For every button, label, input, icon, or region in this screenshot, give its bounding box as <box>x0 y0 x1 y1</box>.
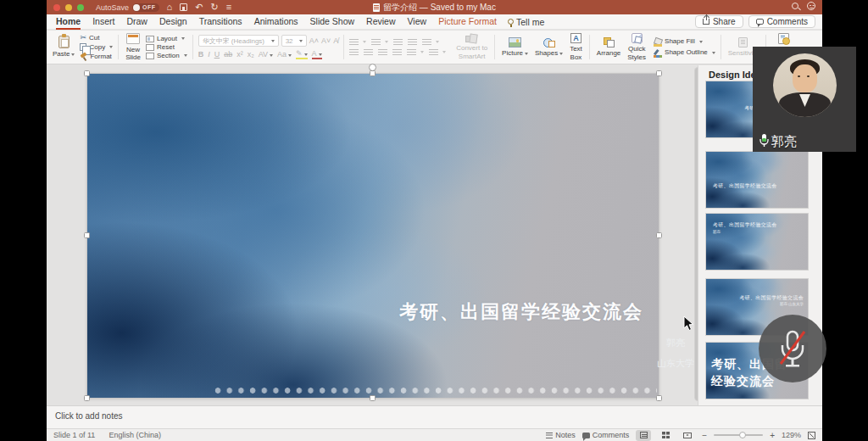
tab-picture-format[interactable]: Picture Format <box>432 14 503 29</box>
format-painter-button[interactable]: Format <box>80 53 113 60</box>
character-spacing-button[interactable]: AV <box>259 50 273 59</box>
zoom-in-button[interactable]: + <box>770 431 775 440</box>
tab-home[interactable]: Home <box>50 14 86 29</box>
bullets-button[interactable] <box>349 39 366 46</box>
section-button[interactable]: Section <box>146 53 187 59</box>
text-box-button[interactable]: A TextBox <box>568 32 584 61</box>
superscript-button[interactable]: x² <box>236 50 243 59</box>
font-size-combo[interactable]: 32 <box>281 35 307 47</box>
zoom-slider[interactable] <box>714 434 763 436</box>
selection-handle-bottom-left[interactable] <box>84 395 90 401</box>
cut-button[interactable]: ✂Cut <box>80 34 113 42</box>
tab-review[interactable]: Review <box>360 14 401 29</box>
comments-button[interactable]: Comments <box>748 15 815 28</box>
redo-icon[interactable]: ↻ <box>210 3 218 12</box>
picture-button[interactable]: Picture <box>500 36 530 58</box>
font-name-combo[interactable]: 华文中宋 (Headings) <box>198 35 279 47</box>
comments-toggle-button[interactable]: Comments <box>582 431 630 439</box>
selection-handle-mid-right[interactable] <box>656 232 662 238</box>
selection-handle-mid-left[interactable] <box>84 232 90 238</box>
slide-sorter-view-button[interactable] <box>658 430 673 441</box>
arrange-button[interactable]: Arrange <box>595 36 622 58</box>
search-icon[interactable] <box>792 3 798 9</box>
tab-draw[interactable]: Draw <box>120 14 153 29</box>
slide-title-text[interactable]: 考研、出国留学经验交流会 <box>399 299 643 325</box>
powerpoint-window: AutoSave OFF ⌂ ↶ ↻ ≡ 留学介绍 — Saved to my … <box>47 0 822 441</box>
decrease-indent-button[interactable] <box>393 39 403 46</box>
numbering-button[interactable] <box>371 39 388 46</box>
close-window-button[interactable] <box>53 4 60 11</box>
increase-indent-button[interactable] <box>408 39 417 46</box>
quick-styles-button[interactable]: QuickStyles <box>626 32 648 61</box>
layout-button[interactable]: Layout <box>146 36 187 42</box>
slide-canvas[interactable]: 考研、出国留学经验交流会 郭亮 山东大学 <box>87 74 659 398</box>
align-right-button[interactable] <box>378 49 387 56</box>
vertical-scrollbar[interactable] <box>687 68 694 400</box>
tab-view[interactable]: View <box>402 14 433 29</box>
avatar <box>773 53 837 117</box>
save-icon[interactable] <box>180 3 187 11</box>
strikethrough-button[interactable]: ab <box>224 50 232 59</box>
font-color-button[interactable]: A <box>312 49 322 59</box>
convert-to-smartart-button[interactable]: Convert toSmartArt <box>454 33 489 60</box>
align-left-button[interactable] <box>349 49 359 56</box>
design-thumbnail-2[interactable]: 考研、出国留学经验交流会 <box>706 152 808 208</box>
autosave-toggle[interactable]: AutoSave OFF <box>96 3 159 12</box>
normal-view-button[interactable] <box>636 430 651 441</box>
language-indicator[interactable]: English (China) <box>108 431 161 439</box>
selection-handle-bottom-right[interactable] <box>656 395 662 401</box>
undo-icon[interactable]: ↶ <box>195 3 203 12</box>
tab-design[interactable]: Design <box>153 14 193 29</box>
copy-button[interactable]: Copy <box>80 43 113 51</box>
text-direction-button[interactable] <box>407 49 424 56</box>
zoom-out-button[interactable]: − <box>702 431 707 440</box>
paste-button[interactable]: Paste <box>51 35 76 59</box>
clipboard-group: Paste ✂Cut Copy Format <box>48 32 115 62</box>
share-button[interactable]: Share <box>695 15 743 28</box>
tab-slide-show[interactable]: Slide Show <box>304 14 361 29</box>
tab-animations[interactable]: Animations <box>248 14 304 29</box>
columns-button[interactable] <box>429 49 446 56</box>
comments-icon <box>582 433 590 438</box>
feedback-smiley-icon[interactable] <box>807 2 815 10</box>
tab-insert[interactable]: Insert <box>86 14 120 29</box>
notes-area[interactable]: Click to add notes <box>47 405 822 428</box>
webcam-video-tile[interactable]: 郭亮 <box>753 47 856 152</box>
more-commands-icon[interactable]: ≡ <box>226 3 231 12</box>
justify-button[interactable] <box>392 49 402 56</box>
selection-handle-bottom-center[interactable] <box>370 395 376 401</box>
new-slide-button[interactable]: NewSlide <box>124 32 142 62</box>
align-center-button[interactable] <box>364 49 373 56</box>
shape-fill-button[interactable]: Shape Fill <box>654 38 715 46</box>
design-thumbnail-3[interactable]: 考研、出国留学经验交流会 郭亮 <box>706 214 808 270</box>
clear-formatting-button[interactable]: A̸ <box>333 36 338 45</box>
fit-slide-to-window-icon[interactable] <box>808 432 815 439</box>
shape-outline-button[interactable]: Shape Outline <box>654 49 715 57</box>
shapes-button[interactable]: Shapes <box>533 36 565 58</box>
minimize-window-button[interactable] <box>65 4 72 11</box>
zoom-level[interactable]: 129% <box>782 431 801 439</box>
home-icon[interactable]: ⌂ <box>167 3 173 12</box>
tell-me-button[interactable]: Tell me <box>503 15 549 29</box>
italic-button[interactable]: I <box>208 50 210 59</box>
line-spacing-button[interactable] <box>422 39 439 46</box>
selection-handle-top-right[interactable] <box>656 70 662 76</box>
highlight-color-button[interactable]: ✎ <box>296 49 308 59</box>
shrink-font-button[interactable]: A˅ <box>321 36 331 45</box>
subscript-button[interactable]: x₂ <box>248 50 254 59</box>
underline-button[interactable]: U <box>214 50 220 59</box>
change-case-button[interactable]: Aa <box>277 50 292 59</box>
autosave-state: OFF <box>142 4 156 10</box>
reset-button[interactable]: Reset <box>146 44 187 51</box>
slideshow-button[interactable] <box>680 430 695 441</box>
notes-toggle-button[interactable]: Notes <box>546 431 576 439</box>
fullscreen-window-button[interactable] <box>77 4 84 11</box>
selection-handle-top-center[interactable] <box>370 70 376 76</box>
zoom-slider-thumb[interactable] <box>739 432 746 438</box>
grow-font-button[interactable]: A˄ <box>309 36 319 45</box>
muted-mic-indicator[interactable] <box>759 315 826 382</box>
bold-button[interactable]: B <box>198 50 204 59</box>
picture-icon <box>509 37 521 47</box>
tab-transitions[interactable]: Transitions <box>193 14 248 29</box>
selection-handle-top-left[interactable] <box>84 70 90 76</box>
